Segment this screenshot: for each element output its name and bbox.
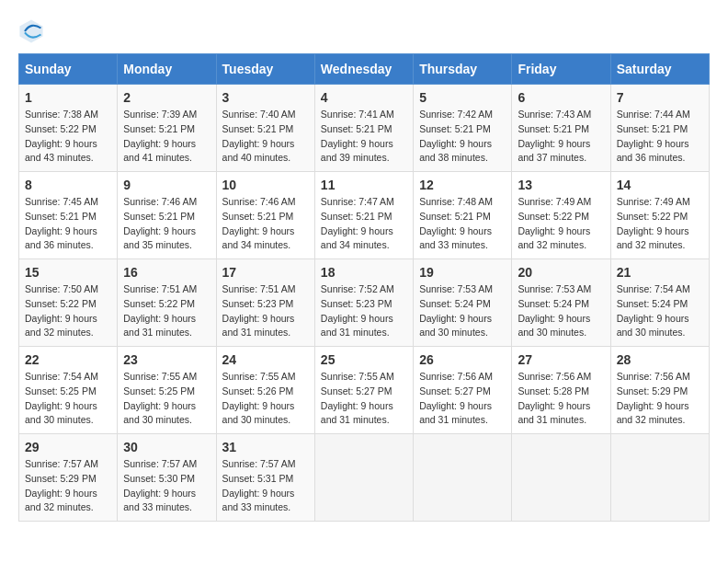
day-info: Sunrise: 7:39 AMSunset: 5:21 PMDaylight:… xyxy=(123,109,197,163)
calendar-cell: 5 Sunrise: 7:42 AMSunset: 5:21 PMDayligh… xyxy=(414,85,512,172)
day-info: Sunrise: 7:57 AMSunset: 5:30 PMDaylight:… xyxy=(123,458,197,512)
day-number: 5 xyxy=(419,90,506,105)
logo xyxy=(18,18,46,44)
calendar-cell: 14 Sunrise: 7:49 AMSunset: 5:22 PMDaylig… xyxy=(610,172,709,259)
day-number: 26 xyxy=(419,352,506,367)
day-number: 4 xyxy=(321,90,407,105)
day-number: 28 xyxy=(617,352,703,367)
day-info: Sunrise: 7:55 AMSunset: 5:25 PMDaylight:… xyxy=(123,371,197,425)
calendar-cell: 17 Sunrise: 7:51 AMSunset: 5:23 PMDaylig… xyxy=(216,259,314,347)
day-number: 31 xyxy=(222,440,309,454)
day-info: Sunrise: 7:55 AMSunset: 5:26 PMDaylight:… xyxy=(222,371,296,425)
calendar-table: SundayMondayTuesdayWednesdayThursdayFrid… xyxy=(18,53,710,522)
calendar-cell: 16 Sunrise: 7:51 AMSunset: 5:22 PMDaylig… xyxy=(118,259,216,347)
calendar-cell: 10 Sunrise: 7:46 AMSunset: 5:21 PMDaylig… xyxy=(216,172,314,259)
day-number: 30 xyxy=(123,440,210,454)
day-number: 15 xyxy=(25,265,111,280)
day-number: 14 xyxy=(617,178,703,192)
calendar-cell: 9 Sunrise: 7:46 AMSunset: 5:21 PMDayligh… xyxy=(118,172,216,259)
weekday-header-friday: Friday xyxy=(512,54,610,85)
day-number: 13 xyxy=(518,178,604,192)
calendar-cell: 2 Sunrise: 7:39 AMSunset: 5:21 PMDayligh… xyxy=(118,85,216,172)
day-info: Sunrise: 7:56 AMSunset: 5:28 PMDaylight:… xyxy=(518,371,591,425)
day-number: 24 xyxy=(222,352,309,367)
day-info: Sunrise: 7:54 AMSunset: 5:24 PMDaylight:… xyxy=(617,283,690,338)
day-number: 1 xyxy=(25,90,111,105)
day-number: 23 xyxy=(123,352,210,367)
weekday-header-thursday: Thursday xyxy=(414,54,512,85)
weekday-header-monday: Monday xyxy=(118,54,216,85)
day-number: 10 xyxy=(222,178,309,192)
weekday-header-saturday: Saturday xyxy=(610,54,709,85)
calendar-cell: 4 Sunrise: 7:41 AMSunset: 5:21 PMDayligh… xyxy=(314,85,413,172)
day-info: Sunrise: 7:53 AMSunset: 5:24 PMDaylight:… xyxy=(419,283,493,338)
calendar-week-row: 8 Sunrise: 7:45 AMSunset: 5:21 PMDayligh… xyxy=(19,172,710,259)
day-number: 9 xyxy=(123,178,210,192)
day-info: Sunrise: 7:38 AMSunset: 5:22 PMDaylight:… xyxy=(25,109,98,163)
day-number: 17 xyxy=(222,265,309,280)
calendar-cell: 13 Sunrise: 7:49 AMSunset: 5:22 PMDaylig… xyxy=(512,172,610,259)
day-number: 20 xyxy=(518,265,604,280)
calendar-cell: 23 Sunrise: 7:55 AMSunset: 5:25 PMDaylig… xyxy=(118,347,216,434)
day-info: Sunrise: 7:55 AMSunset: 5:27 PMDaylight:… xyxy=(321,371,394,425)
calendar-cell: 20 Sunrise: 7:53 AMSunset: 5:24 PMDaylig… xyxy=(512,259,610,347)
day-number: 21 xyxy=(617,265,703,280)
day-number: 8 xyxy=(25,178,111,192)
calendar-week-row: 1 Sunrise: 7:38 AMSunset: 5:22 PMDayligh… xyxy=(19,85,710,172)
day-number: 22 xyxy=(25,352,111,367)
day-info: Sunrise: 7:49 AMSunset: 5:22 PMDaylight:… xyxy=(518,196,591,250)
day-info: Sunrise: 7:44 AMSunset: 5:21 PMDaylight:… xyxy=(617,109,690,163)
day-info: Sunrise: 7:46 AMSunset: 5:21 PMDaylight:… xyxy=(123,196,197,250)
svg-marker-0 xyxy=(19,19,42,42)
calendar-cell: 12 Sunrise: 7:48 AMSunset: 5:21 PMDaylig… xyxy=(414,172,512,259)
calendar-cell xyxy=(610,434,709,522)
calendar-cell: 24 Sunrise: 7:55 AMSunset: 5:26 PMDaylig… xyxy=(216,347,314,434)
calendar-week-row: 29 Sunrise: 7:57 AMSunset: 5:29 PMDaylig… xyxy=(19,434,710,522)
day-info: Sunrise: 7:57 AMSunset: 5:29 PMDaylight:… xyxy=(25,458,98,512)
day-info: Sunrise: 7:41 AMSunset: 5:21 PMDaylight:… xyxy=(321,109,394,163)
day-number: 18 xyxy=(321,265,407,280)
day-number: 11 xyxy=(321,178,407,192)
calendar-cell: 27 Sunrise: 7:56 AMSunset: 5:28 PMDaylig… xyxy=(512,347,610,434)
calendar-cell: 29 Sunrise: 7:57 AMSunset: 5:29 PMDaylig… xyxy=(19,434,118,522)
day-info: Sunrise: 7:49 AMSunset: 5:22 PMDaylight:… xyxy=(617,196,690,250)
calendar-cell xyxy=(314,434,413,522)
day-info: Sunrise: 7:56 AMSunset: 5:27 PMDaylight:… xyxy=(419,371,493,425)
day-info: Sunrise: 7:46 AMSunset: 5:21 PMDaylight:… xyxy=(222,196,296,250)
calendar-cell: 6 Sunrise: 7:43 AMSunset: 5:21 PMDayligh… xyxy=(512,85,610,172)
calendar-cell: 1 Sunrise: 7:38 AMSunset: 5:22 PMDayligh… xyxy=(19,85,118,172)
general-blue-icon xyxy=(18,18,44,44)
day-number: 12 xyxy=(419,178,506,192)
weekday-header-tuesday: Tuesday xyxy=(216,54,314,85)
calendar-cell: 18 Sunrise: 7:52 AMSunset: 5:23 PMDaylig… xyxy=(314,259,413,347)
day-number: 3 xyxy=(222,90,309,105)
page-header xyxy=(18,18,710,44)
day-info: Sunrise: 7:50 AMSunset: 5:22 PMDaylight:… xyxy=(25,283,98,338)
day-info: Sunrise: 7:47 AMSunset: 5:21 PMDaylight:… xyxy=(321,196,394,250)
day-info: Sunrise: 7:52 AMSunset: 5:23 PMDaylight:… xyxy=(321,283,394,338)
day-number: 19 xyxy=(419,265,506,280)
calendar-cell: 19 Sunrise: 7:53 AMSunset: 5:24 PMDaylig… xyxy=(414,259,512,347)
day-info: Sunrise: 7:51 AMSunset: 5:23 PMDaylight:… xyxy=(222,283,296,338)
day-info: Sunrise: 7:57 AMSunset: 5:31 PMDaylight:… xyxy=(222,458,296,512)
day-info: Sunrise: 7:48 AMSunset: 5:21 PMDaylight:… xyxy=(419,196,493,250)
day-info: Sunrise: 7:51 AMSunset: 5:22 PMDaylight:… xyxy=(123,283,197,338)
day-info: Sunrise: 7:56 AMSunset: 5:29 PMDaylight:… xyxy=(617,371,690,425)
calendar-cell: 15 Sunrise: 7:50 AMSunset: 5:22 PMDaylig… xyxy=(19,259,118,347)
day-info: Sunrise: 7:54 AMSunset: 5:25 PMDaylight:… xyxy=(25,371,98,425)
day-number: 2 xyxy=(123,90,210,105)
calendar-cell xyxy=(512,434,610,522)
weekday-header-wednesday: Wednesday xyxy=(314,54,413,85)
calendar-cell: 21 Sunrise: 7:54 AMSunset: 5:24 PMDaylig… xyxy=(610,259,709,347)
calendar-cell: 7 Sunrise: 7:44 AMSunset: 5:21 PMDayligh… xyxy=(610,85,709,172)
calendar-week-row: 22 Sunrise: 7:54 AMSunset: 5:25 PMDaylig… xyxy=(19,347,710,434)
day-number: 25 xyxy=(321,352,407,367)
calendar-cell: 3 Sunrise: 7:40 AMSunset: 5:21 PMDayligh… xyxy=(216,85,314,172)
calendar-cell: 11 Sunrise: 7:47 AMSunset: 5:21 PMDaylig… xyxy=(314,172,413,259)
calendar-cell: 22 Sunrise: 7:54 AMSunset: 5:25 PMDaylig… xyxy=(19,347,118,434)
calendar-cell: 25 Sunrise: 7:55 AMSunset: 5:27 PMDaylig… xyxy=(314,347,413,434)
day-info: Sunrise: 7:43 AMSunset: 5:21 PMDaylight:… xyxy=(518,109,591,163)
day-info: Sunrise: 7:40 AMSunset: 5:21 PMDaylight:… xyxy=(222,109,296,163)
calendar-cell: 31 Sunrise: 7:57 AMSunset: 5:31 PMDaylig… xyxy=(216,434,314,522)
calendar-cell: 28 Sunrise: 7:56 AMSunset: 5:29 PMDaylig… xyxy=(610,347,709,434)
